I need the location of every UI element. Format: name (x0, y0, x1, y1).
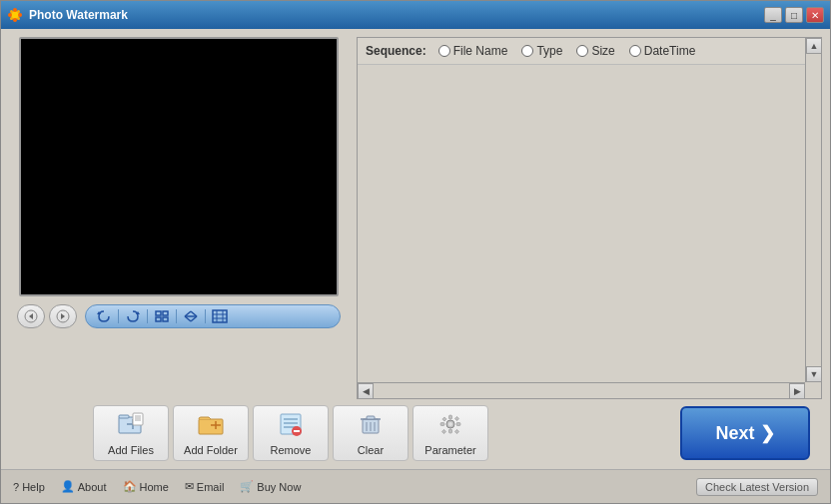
next-button[interactable]: Next ❯ (680, 406, 810, 460)
scroll-right-button[interactable]: ▶ (789, 383, 805, 399)
about-link[interactable]: 👤 About (61, 480, 107, 493)
svg-rect-60 (441, 429, 445, 433)
rotate-left-button[interactable] (94, 307, 114, 325)
bottom-links: ? Help 👤 About 🏠 Home ✉ Email 🛒 Buy Now (13, 480, 301, 493)
email-link[interactable]: ✉ Email (185, 480, 225, 493)
buy-label: Buy Now (257, 481, 301, 493)
email-icon: ✉ (185, 480, 194, 493)
home-label: Home (140, 481, 169, 493)
parameter-label: Parameter (424, 444, 475, 456)
clear-label: Clear (358, 444, 384, 456)
radio-filename[interactable]: File Name (438, 44, 508, 58)
about-icon: 👤 (61, 480, 75, 493)
home-link[interactable]: 🏠 Home (123, 480, 169, 493)
preview-panel (9, 37, 349, 399)
remove-label: Remove (271, 444, 312, 456)
svg-rect-37 (199, 419, 223, 434)
svg-marker-10 (29, 313, 33, 319)
add-files-button[interactable]: Add Files (93, 405, 169, 461)
title-bar: Photo Watermark _ □ ✕ (1, 1, 830, 29)
svg-point-1 (13, 8, 17, 12)
minimize-button[interactable]: _ (764, 7, 782, 23)
svg-point-53 (448, 422, 452, 426)
home-icon: 🏠 (123, 480, 137, 493)
maximize-button[interactable]: □ (785, 7, 803, 23)
help-link[interactable]: ? Help (13, 481, 45, 493)
main-window: Photo Watermark _ □ ✕ (0, 0, 831, 504)
clear-button[interactable]: Clear (333, 405, 409, 461)
radio-size[interactable]: Size (576, 44, 614, 58)
svg-rect-59 (454, 416, 458, 420)
bottom-bar: ? Help 👤 About 🏠 Home ✉ Email 🛒 Buy Now … (1, 469, 830, 503)
svg-rect-18 (163, 317, 168, 321)
sequence-bar: Sequence: File Name Type Size (358, 38, 821, 65)
separator-3 (176, 309, 177, 323)
remove-button[interactable]: Remove (253, 405, 329, 461)
file-list-content[interactable] (358, 65, 821, 398)
radio-datetime[interactable]: DateTime (629, 44, 696, 58)
toolbar-spacer (13, 405, 89, 461)
svg-rect-16 (163, 311, 168, 315)
scroll-up-button[interactable]: ▲ (806, 38, 822, 54)
svg-rect-30 (119, 415, 129, 418)
svg-rect-54 (449, 415, 452, 419)
window-title: Photo Watermark (29, 8, 128, 22)
main-content: Sequence: File Name Type Size (1, 29, 830, 469)
radio-circle-filename (438, 45, 450, 57)
toolbar-buttons: Add Files Add Folder (13, 405, 568, 461)
title-bar-left: Photo Watermark (7, 7, 128, 23)
remove-icon (277, 411, 305, 441)
top-section: Sequence: File Name Type Size (9, 37, 822, 399)
about-label: About (78, 481, 107, 493)
help-icon: ? (13, 481, 19, 493)
horizontal-scrollbar[interactable]: ◀ ▶ (358, 382, 805, 398)
add-files-icon (117, 411, 145, 441)
add-folder-label: Add Folder (184, 444, 238, 456)
clear-icon (357, 411, 385, 441)
image-toolbar (85, 304, 341, 328)
next-button[interactable] (49, 304, 77, 328)
preview-controls (9, 302, 349, 330)
add-files-label: Add Files (108, 444, 154, 456)
help-label: Help (22, 481, 45, 493)
close-button[interactable]: ✕ (806, 7, 824, 23)
svg-rect-58 (442, 416, 446, 420)
radio-circle-type (521, 45, 533, 57)
radio-circle-size (576, 45, 588, 57)
zoom-button[interactable] (181, 307, 201, 325)
action-area: Add Files Add Folder (9, 405, 822, 461)
prev-button[interactable] (17, 304, 45, 328)
svg-rect-48 (367, 416, 375, 419)
expand-button[interactable] (210, 307, 230, 325)
fit-button[interactable] (152, 307, 172, 325)
scroll-left-button[interactable]: ◀ (358, 383, 374, 399)
radio-type[interactable]: Type (521, 44, 562, 58)
scroll-track-h (374, 383, 789, 398)
parameter-icon (436, 411, 464, 441)
scroll-corner (805, 382, 821, 398)
scroll-down-button[interactable]: ▼ (806, 366, 822, 382)
separator-4 (205, 309, 206, 323)
check-version-button[interactable]: Check Latest Version (696, 478, 818, 496)
add-folder-icon (197, 411, 225, 441)
svg-rect-61 (454, 429, 458, 433)
buy-link[interactable]: 🛒 Buy Now (240, 480, 301, 493)
svg-marker-12 (61, 313, 65, 319)
svg-point-2 (13, 18, 17, 22)
sequence-radio-group: File Name Type Size DateTime (438, 44, 696, 58)
rotate-right-button[interactable] (123, 307, 143, 325)
vertical-scrollbar[interactable]: ▲ ▼ (805, 38, 821, 382)
add-folder-button[interactable]: Add Folder (173, 405, 249, 461)
parameter-button[interactable]: Parameter (413, 405, 488, 461)
svg-rect-57 (456, 422, 460, 425)
svg-point-5 (10, 10, 13, 13)
preview-image (19, 37, 339, 296)
svg-point-3 (8, 13, 12, 17)
svg-rect-17 (156, 317, 161, 321)
radio-circle-datetime (629, 45, 641, 57)
svg-rect-24 (213, 310, 227, 322)
scroll-track-v (806, 54, 821, 366)
email-label: Email (197, 481, 225, 493)
toolbar-spacer-right (492, 405, 568, 461)
sequence-label: Sequence: (366, 44, 426, 58)
